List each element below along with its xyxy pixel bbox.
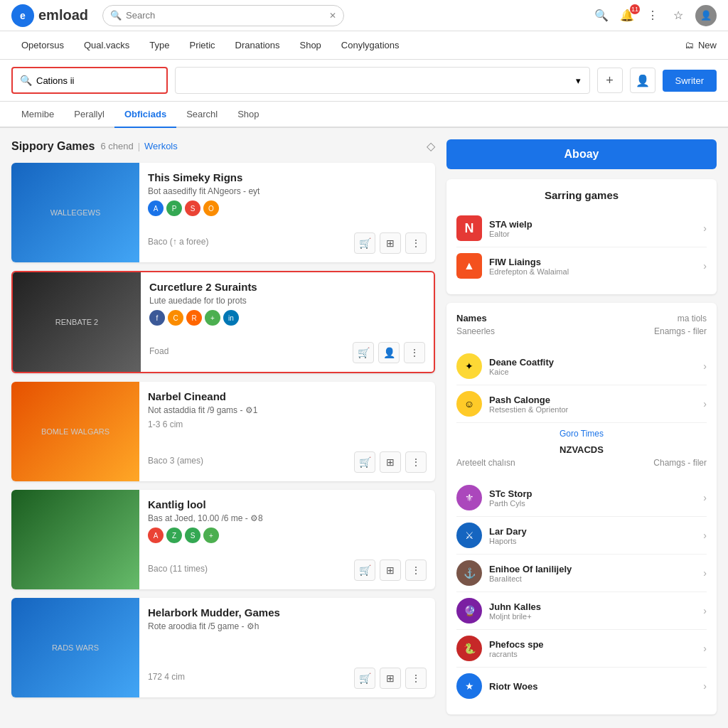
nzvacds-sub-1: Parth Cyls <box>489 499 703 508</box>
tab-shop[interactable]: Shop <box>228 102 269 128</box>
add-button[interactable]: + <box>597 68 623 93</box>
tab-memibe[interactable]: Memibe <box>11 102 64 128</box>
switch-button[interactable]: Swriter <box>663 70 717 92</box>
more-button-3[interactable]: ⋮ <box>405 451 427 473</box>
game-info-5: Helarbork Mudder, Games Rote aroodia fit… <box>139 598 435 697</box>
nzvacds-arrow-6: › <box>703 680 707 692</box>
nav-item-prietic[interactable]: Prietic <box>179 31 225 60</box>
more-button-2[interactable]: ⋮ <box>404 342 425 363</box>
nav-item-conylygations[interactable]: Conylygations <box>331 31 410 60</box>
starring-sub-1: Ealtor <box>489 230 703 238</box>
bookmark-button-1[interactable]: ⊞ <box>380 232 401 254</box>
game-subtitle-3: Not astaddia fit /9 gams - ⚙1 <box>148 405 427 415</box>
cart-button-1[interactable]: 🛒 <box>354 232 375 254</box>
game-card-5: RADS WARS Helarbork Mudder, Games Rote a… <box>11 598 435 697</box>
logo-icon: e <box>11 4 34 27</box>
top-search-bar[interactable]: 🔍 ✕ <box>102 5 344 26</box>
nzvacds-sub-2: Haports <box>489 537 703 545</box>
name-info-1: Deane Coatfity Kaice <box>489 357 703 376</box>
starring-info-1: STA wielp Ealtor <box>489 219 703 238</box>
main-content: Sippory Games 6 chend | Werkols ◇ WALLEG… <box>0 128 728 728</box>
nzvacds-item-4[interactable]: 🔮 Juhn Kalles Moljnt brile+ › <box>456 592 707 630</box>
nzvacds-info-3: Enihoe Of Ianilijely Baralitect <box>489 564 703 583</box>
nzvacds-item-5[interactable]: 🐍 Phefocs spe racrants › <box>456 630 707 668</box>
bookmark-button-5[interactable]: ⊞ <box>380 668 401 689</box>
tag-2-1: f <box>149 310 165 326</box>
main-search-input[interactable] <box>36 75 159 86</box>
nzvacds-item-2[interactable]: ⚔ Lar Dary Haports › <box>456 517 707 555</box>
filter-dropdown[interactable]: ▾ <box>175 67 590 94</box>
game-title-4: Kantlig lool <box>148 498 427 510</box>
nav-new-button[interactable]: 🗂 New <box>685 40 717 50</box>
star-icon[interactable]: ☆ <box>670 7 687 24</box>
names-action[interactable]: ma tiols <box>678 314 707 323</box>
name-item-2[interactable]: ☺ Pash Calonge Retsestien & Oprientor › <box>456 385 707 423</box>
nzvacds-info-4: Juhn Kalles Moljnt brile+ <box>489 601 703 621</box>
nav-item-type[interactable]: Type <box>139 31 179 60</box>
starring-item-1[interactable]: N STA wielp Ealtor › <box>456 210 707 247</box>
cart-button-4[interactable]: 🛒 <box>354 560 375 581</box>
secondary-nav: Opetorsus Qual.vacks Type Prietic Dranat… <box>0 31 728 60</box>
goto-link[interactable]: Goro Times <box>456 429 707 439</box>
user-button[interactable]: 👤 <box>630 68 655 93</box>
nzvacds-avatar-1: ⚜ <box>456 485 482 510</box>
game-status-5: 172 4 cim <box>148 672 185 682</box>
cart-button-2[interactable]: 🛒 <box>353 342 374 363</box>
tag-2-5: in <box>223 310 239 326</box>
tab-searchl[interactable]: Searchl <box>176 102 228 128</box>
bookmark-button-3[interactable]: ⊞ <box>380 451 401 473</box>
more-icon[interactable]: ⋮ <box>644 7 661 24</box>
nzvacds-sub-left: Areteelt chalısn <box>456 458 515 468</box>
starring-item-2[interactable]: ▲ FIW Liaings Edrefepton & Walaimal › <box>456 247 707 284</box>
game-card-3: BOMLE WALGARS Narbel Cineand Not astaddi… <box>11 382 435 481</box>
nav-item-opetorsus[interactable]: Opetorsus <box>11 31 74 60</box>
notification-area[interactable]: 🔔 11 <box>619 7 636 24</box>
tag-2-4: + <box>205 310 220 326</box>
nzvacds-sub-row: Areteelt chalısn Chamgs - filer <box>456 458 707 475</box>
tab-obficiads[interactable]: Obficiads <box>114 102 176 128</box>
main-search-box[interactable]: 🔍 <box>11 67 168 94</box>
name-item-1[interactable]: ✦ Deane Coatfity Kaice › <box>456 348 707 385</box>
bookmark-button-2[interactable]: 👤 <box>378 342 400 363</box>
nzvacds-avatar-2: ⚔ <box>456 523 482 548</box>
game-thumb-1: WALLEGEWS <box>11 163 139 262</box>
more-button-5[interactable]: ⋮ <box>405 668 427 689</box>
name-title-1: Deane Coatfity <box>489 357 703 368</box>
game-actions-5: 🛒 ⊞ ⋮ <box>354 668 427 689</box>
nzvacds-name-3: Enihoe Of Ianilijely <box>489 564 703 574</box>
game-title-3: Narbel Cineand <box>148 390 427 402</box>
nzvacds-name-6: Riotr Woes <box>489 681 703 692</box>
names-action2[interactable]: Enamgs - filer <box>654 326 707 343</box>
name-arrow-1: › <box>703 360 707 372</box>
nav-item-shop[interactable]: Shop <box>289 31 331 60</box>
logo-text: emload <box>38 7 88 23</box>
new-icon: 🗂 <box>685 40 694 50</box>
nav-item-dranations[interactable]: Dranations <box>225 31 290 60</box>
tabs-row: Memibe Perallyl Obficiads Searchl Shop <box>0 102 728 128</box>
notification-badge: 11 <box>630 4 640 14</box>
bookmark-button-4[interactable]: ⊞ <box>380 560 401 581</box>
section-link[interactable]: Werkols <box>144 141 178 151</box>
search-clear-icon[interactable]: ✕ <box>329 11 336 21</box>
nzvacds-item-1[interactable]: ⚜ STc Storp Parth Cyls › <box>456 479 707 517</box>
nzvacds-item-6[interactable]: ★ Riotr Woes › <box>456 668 707 705</box>
nzvacds-item-3[interactable]: ⚓ Enihoe Of Ianilijely Baralitect › <box>456 555 707 592</box>
about-button[interactable]: Aboay <box>446 139 717 169</box>
search-icon-top[interactable]: 🔍 <box>593 7 610 24</box>
cart-button-3[interactable]: 🛒 <box>354 451 375 473</box>
more-button-4[interactable]: ⋮ <box>405 560 427 581</box>
tab-perallyl[interactable]: Perallyl <box>64 102 114 128</box>
nzvacds-sub-right[interactable]: Chamgs - filer <box>653 458 707 475</box>
chevron-down-icon: ▾ <box>576 75 581 86</box>
game-info-4: Kantlig lool Bas at Joed, 10.00 /6 me - … <box>139 490 435 589</box>
game-tags-4: A Z S + <box>148 528 427 543</box>
logo-area: e emload <box>11 4 88 27</box>
cart-button-5[interactable]: 🛒 <box>354 668 375 689</box>
section-title: Sippory Games <box>11 140 95 153</box>
thumb-text-2: RENBATE 2 <box>13 272 141 372</box>
nav-item-qualvacks[interactable]: Qual.vacks <box>74 31 139 60</box>
more-button-1[interactable]: ⋮ <box>405 232 427 254</box>
user-avatar[interactable]: 👤 <box>695 5 717 26</box>
starring-name-2: FIW Liaings <box>489 257 703 267</box>
top-search-input[interactable] <box>126 10 329 21</box>
